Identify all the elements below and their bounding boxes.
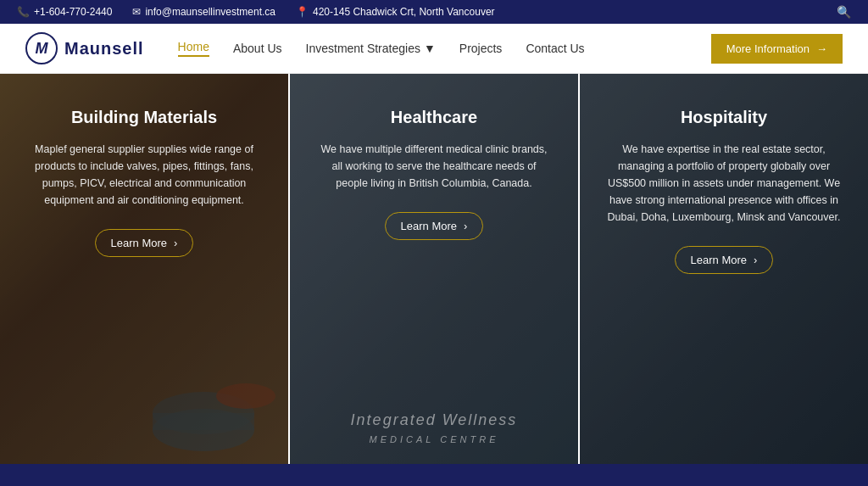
nav-investment[interactable]: Investment Strategies ▼ (306, 42, 436, 55)
nav-projects[interactable]: Projects (459, 42, 503, 55)
phone-number: +1-604-770-2440 (34, 6, 112, 18)
nav-home[interactable]: Home (178, 40, 209, 57)
more-info-button[interactable]: More Information → (711, 34, 843, 64)
pipe-decoration (136, 294, 288, 464)
panel-1-title: Building Materials (25, 108, 263, 127)
wellness-watermark: Integrated WellnessMEDICAL CENTRE (290, 411, 578, 447)
top-bar: 📞 +1-604-770-2440 ✉ info@maunsellinvestm… (0, 0, 868, 24)
svg-point-0 (153, 409, 254, 451)
panel-2-content: Healthcare We have multiple different me… (315, 99, 553, 240)
nav-about[interactable]: About Us (233, 42, 282, 55)
location-icon: 📍 (296, 6, 309, 18)
panel-1-desc: Maplef general supplier supplies wide ra… (25, 141, 263, 209)
cta-label: More Information (726, 42, 810, 55)
panel-2-btn-arrow: › (464, 220, 467, 232)
email-icon: ✉ (132, 6, 141, 18)
panel-2-desc: We have multiple different medical clini… (315, 141, 553, 192)
panel-3-title: Hospitality (605, 108, 843, 127)
address-info: 📍 420-145 Chadwick Crt, North Vancouver (296, 6, 495, 18)
email-info: ✉ info@maunsellinvestment.ca (132, 6, 275, 18)
bottom-section: Mission Statement Enduring Partnerships … (0, 464, 868, 486)
logo[interactable]: M Maunsell (25, 32, 144, 64)
phone-icon: 📞 (17, 6, 30, 18)
panel-3-btn-label: Learn More (691, 254, 747, 266)
svg-point-1 (153, 392, 254, 434)
panel-healthcare: Healthcare We have multiple different me… (288, 74, 580, 464)
panel-2-title: Healthcare (315, 108, 553, 127)
hero-sections: Building Materials Maplef general suppli… (0, 74, 868, 464)
panel-2-btn-label: Learn More (401, 220, 457, 232)
logo-icon: M (25, 32, 58, 64)
svg-point-3 (216, 383, 275, 409)
panel-1-learn-more[interactable]: Learn More › (95, 229, 194, 257)
panel-1-btn-arrow: › (174, 237, 177, 249)
svg-rect-2 (153, 413, 254, 430)
panel-1-btn-label: Learn More (111, 237, 167, 249)
panel-3-learn-more[interactable]: Learn More › (675, 246, 774, 274)
address-text: 420-145 Chadwick Crt, North Vancouver (313, 6, 495, 18)
cta-arrow-icon: → (816, 42, 827, 55)
search-icon[interactable]: 🔍 (837, 5, 851, 19)
panel-hospitality: Hospitality We have expertise in the rea… (580, 74, 868, 464)
navbar: M Maunsell Home About Us Investment Stra… (0, 24, 868, 74)
panel-2-learn-more[interactable]: Learn More › (385, 212, 484, 240)
panel-3-content: Hospitality We have expertise in the rea… (605, 99, 843, 274)
nav-contact[interactable]: Contact Us (526, 42, 584, 55)
panel-building-materials: Building Materials Maplef general suppli… (0, 74, 288, 464)
logo-letter: M (36, 40, 48, 58)
panel-3-desc: We have expertise in the real estate sec… (605, 141, 843, 226)
panel-1-content: Building Materials Maplef general suppli… (25, 99, 263, 257)
email-address: info@maunsellinvestment.ca (145, 6, 275, 18)
nav-links: Home About Us Investment Strategies ▼ Pr… (178, 40, 711, 57)
logo-text: Maunsell (64, 39, 144, 59)
dropdown-arrow-icon: ▼ (424, 42, 436, 55)
phone-info: 📞 +1-604-770-2440 (17, 6, 112, 18)
panel-3-btn-arrow: › (754, 254, 757, 266)
